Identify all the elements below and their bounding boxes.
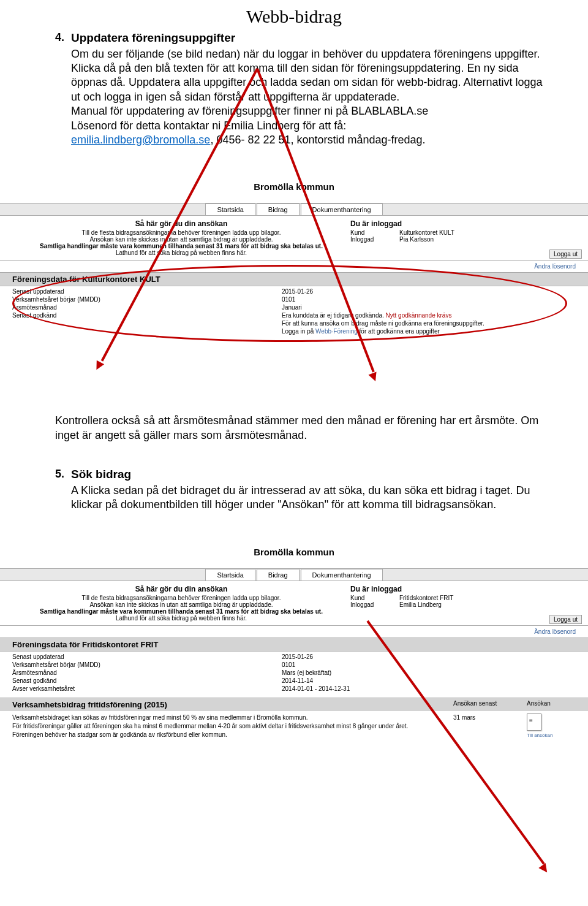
page-title: Webb-bidrag bbox=[0, 6, 588, 27]
ss2-info-l3: Samtliga handlingar måste vara kommunen … bbox=[12, 608, 350, 615]
ss1-inloggad-value: Pia Karlsson bbox=[399, 236, 434, 243]
grant-title: Verksamhetsbidrag fritidsförening (2015) bbox=[12, 700, 453, 709]
section-4-p2c: , 0456- 82 22 51, kontorstid måndag-fred… bbox=[210, 134, 425, 146]
ss2-row1-value: 0101 bbox=[282, 661, 576, 669]
webb-forening-link[interactable]: Webb-Förening bbox=[315, 328, 358, 335]
ss2-row2-label: Årsmötesmånad bbox=[12, 669, 282, 677]
section-4-heading: Uppdatera föreningsuppgifter bbox=[71, 31, 235, 46]
ss1-extra2b: för att godkänna era uppgifter bbox=[358, 328, 440, 335]
tab-dokumenthantering-2[interactable]: Dokumenthantering bbox=[301, 569, 383, 581]
grant-h2: Ansökan senast bbox=[453, 700, 527, 709]
tab-bidrag-2[interactable]: Bidrag bbox=[257, 569, 300, 581]
ss1-row2-value: Januari bbox=[282, 303, 576, 311]
tab-startsida[interactable]: Startsida bbox=[205, 204, 255, 215]
ss1-header: Bromölla kommun bbox=[0, 167, 588, 203]
ss1-section-bar: Föreningsdata för Kulturkontoret KULT bbox=[0, 272, 588, 286]
ss1-kund-value: Kulturkontoret KULT bbox=[399, 229, 454, 236]
ss1-info-l4: Lathund för att söka bidrag på webben fi… bbox=[12, 249, 350, 256]
grant-deadline: 31 mars bbox=[453, 714, 527, 739]
ss2-row4-value: 2014-01-01 - 2014-12-31 bbox=[282, 685, 576, 693]
ss2-row0-value: 2015-01-26 bbox=[282, 653, 576, 661]
application-document-icon[interactable] bbox=[527, 714, 541, 731]
mid-paragraph: Kontrollera också så att årsmötesmånad s… bbox=[55, 414, 551, 443]
ss2-info-l1: Till de flesta bidragsansökningarna behö… bbox=[12, 595, 350, 601]
ss2-row1-label: Verksamhetsåret börjar (MMDD) bbox=[12, 661, 282, 669]
section-4-p2b: Lösenord för detta kontaktar ni Emilia L… bbox=[71, 119, 551, 133]
logout-button[interactable]: Logga ut bbox=[549, 249, 582, 259]
change-password-link-2[interactable]: Ändra lösenord bbox=[534, 628, 576, 635]
section-4-number: 4. bbox=[55, 31, 71, 46]
grant-h3: Ansökan bbox=[527, 700, 576, 709]
ss1-info-l3: Samtliga handlingar måste vara kommunen … bbox=[12, 243, 350, 249]
tab-bidrag[interactable]: Bidrag bbox=[257, 204, 300, 215]
tab-startsida-2[interactable]: Startsida bbox=[205, 569, 255, 581]
ss2-row4-label: Avser verksamhetsåret bbox=[12, 685, 282, 693]
ss1-kund-label: Kund bbox=[350, 229, 399, 236]
ss1-row0-value: 2015-01-26 bbox=[282, 287, 576, 295]
grant-body2: För fritidsföreningar gäller att förenin… bbox=[12, 722, 453, 731]
ss1-login-title: Du är inloggad bbox=[350, 219, 576, 228]
ss1-extra2a: Logga in på bbox=[282, 328, 315, 335]
ss1-row3-label: Senast godkänd bbox=[12, 311, 282, 319]
ss1-row1-label: Verksamhetsåret börjar (MMDD) bbox=[12, 295, 282, 303]
tab-dokumenthantering[interactable]: Dokumenthantering bbox=[301, 204, 383, 215]
ss2-header: Bromölla kommun bbox=[0, 532, 588, 568]
section-5-p1: A Klicka sedan på det bidraget du är int… bbox=[71, 484, 551, 512]
ss2-inloggad-label: Inloggad bbox=[350, 601, 399, 608]
screenshot-1: Bromölla kommun Startsida Bidrag Dokumen… bbox=[0, 167, 588, 395]
ss1-info-l1: Till de flesta bidragsansökningarna behö… bbox=[12, 229, 350, 236]
ss2-inloggad-value: Emilia Lindberg bbox=[399, 601, 442, 608]
email-link[interactable]: emilia.lindberg@bromolla.se bbox=[71, 134, 210, 146]
ss2-row2-value: Mars (ej bekräftat) bbox=[282, 669, 576, 677]
ss1-row3-value: Era kunddata är ej tidigare godkända. bbox=[282, 312, 386, 319]
ss1-row3-red: Nytt godkännande krävs bbox=[386, 312, 452, 319]
grant-body3: Föreningen behöver ha stadgar som är god… bbox=[12, 731, 453, 739]
ss2-section-bar: Föreningsdata för Fritidskontoret FRIT bbox=[0, 638, 588, 652]
section-4-p2a: Manual för uppdatering av föreningsuppgi… bbox=[71, 104, 551, 118]
ss2-row3-label: Senast godkänd bbox=[12, 677, 282, 685]
ss1-info-title: Så här gör du din ansökan bbox=[12, 219, 350, 228]
screenshot-2: Bromölla kommun Startsida Bidrag Dokumen… bbox=[0, 532, 588, 742]
section-5-heading: Sök bidrag bbox=[71, 467, 131, 482]
section-5-number: 5. bbox=[55, 467, 71, 482]
change-password-link[interactable]: Ändra lösenord bbox=[534, 263, 576, 270]
section-4-p1: Om du ser följande (se bild nedan) när d… bbox=[71, 47, 551, 105]
logout-button-2[interactable]: Logga ut bbox=[549, 615, 582, 624]
grant-body1: Verksamhetsbidraget kan sökas av fritids… bbox=[12, 714, 453, 722]
ss2-login-title: Du är inloggad bbox=[350, 585, 576, 593]
ss1-info-l2: Ansökan kan inte skickas in utan att sam… bbox=[12, 236, 350, 243]
ss2-info-title: Så här gör du din ansökan bbox=[12, 585, 350, 593]
ss2-row3-value: 2014-11-14 bbox=[282, 677, 576, 685]
ss1-row0-label: Senast uppdaterad bbox=[12, 287, 282, 295]
ss1-extra1: För att kunna ansöka om bidrag måste ni … bbox=[282, 319, 576, 327]
ss1-row2-label: Årsmötesmånad bbox=[12, 303, 282, 311]
ss2-row0-label: Senast uppdaterad bbox=[12, 653, 282, 661]
ss2-info-l2: Ansökan kan inte skickas in utan att sam… bbox=[12, 601, 350, 608]
ss2-kund-value: Fritidskontoret FRIT bbox=[399, 595, 453, 601]
ss2-info-l4: Lathund för att söka bidrag på webben fi… bbox=[12, 615, 350, 622]
ss1-row1-value: 0101 bbox=[282, 295, 576, 303]
ss1-inloggad-label: Inloggad bbox=[350, 236, 399, 243]
till-ansokan-link[interactable]: Till ansökan bbox=[527, 732, 576, 739]
ss2-kund-label: Kund bbox=[350, 595, 399, 601]
